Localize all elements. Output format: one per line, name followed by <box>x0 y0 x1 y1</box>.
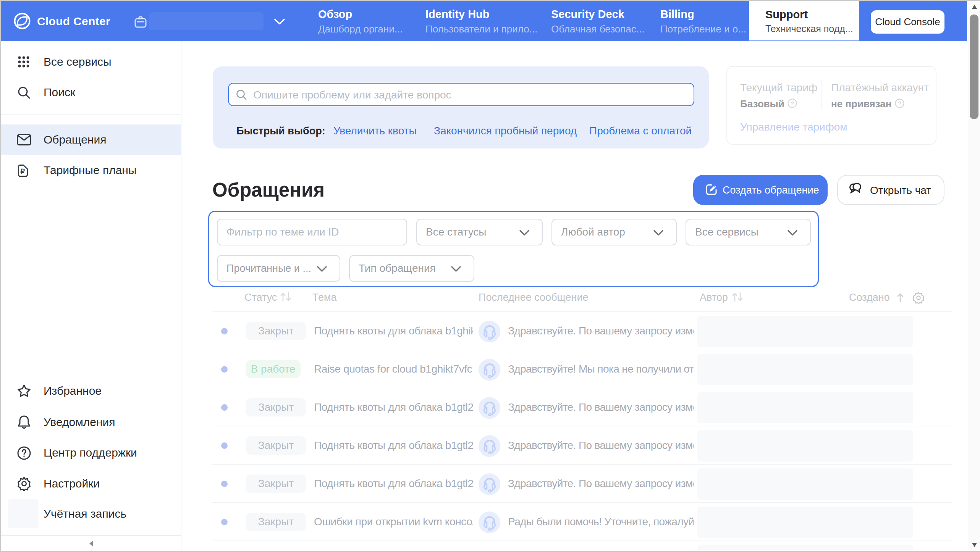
svg-text:₽: ₽ <box>21 168 25 175</box>
svg-text:?: ? <box>898 100 901 107</box>
svg-text:?: ? <box>791 100 794 107</box>
